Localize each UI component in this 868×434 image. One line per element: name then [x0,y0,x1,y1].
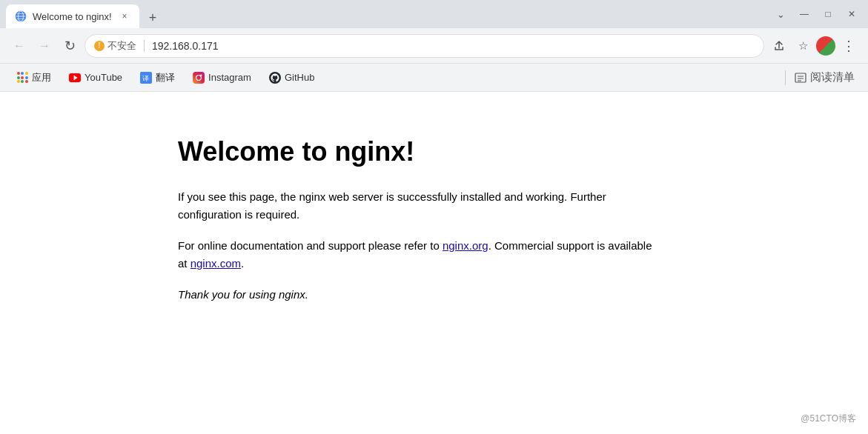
url-bar[interactable]: ! 不安全 192.168.0.171 [85,34,764,58]
address-bar: ← → ↻ ! 不安全 192.168.0.171 ☆ ⋮ [0,28,868,64]
para1: If you see this page, the nginx web serv… [178,188,652,224]
page-body: If you see this page, the nginx web serv… [178,188,652,304]
new-tab-button[interactable]: + [142,7,163,28]
bookmarks-bar: 应用 YouTube 译 翻译 [0,64,868,92]
tab-bar: Welcome to nginx! × + [6,0,764,28]
tab-title: Welcome to nginx! [33,11,113,22]
window-controls: ⌄ — □ ✕ [770,4,862,24]
active-tab[interactable]: Welcome to nginx! × [6,4,139,28]
favorite-button[interactable]: ☆ [792,36,813,56]
url-divider [144,40,145,52]
back-button[interactable]: ← [9,36,30,56]
bookmark-apps[interactable]: 应用 [9,68,59,87]
reload-button[interactable]: ↻ [59,36,80,56]
address-actions: ☆ ⋮ [769,36,859,56]
instagram-label: Instagram [208,72,251,83]
share-icon [773,40,785,52]
github-label: GitHub [285,72,314,83]
url-text: 192.168.0.171 [152,40,219,52]
instagram-icon [193,72,205,84]
minimize-button[interactable]: — [794,4,815,24]
bookmark-github[interactable]: GitHub [262,69,322,87]
translate-icon: 译 [140,72,152,84]
apps-icon [16,72,28,84]
reading-list-label: 阅读清单 [810,70,855,84]
svg-point-12 [269,72,281,84]
bookmarks-divider [785,70,786,85]
bookmark-translate[interactable]: 译 翻译 [133,68,182,87]
watermark: @51CTO博客 [801,413,856,425]
forward-button[interactable]: → [34,36,55,56]
svg-text:译: 译 [142,75,149,82]
para3: Thank you for using nginx. [178,286,652,304]
title-bar: Welcome to nginx! × + ⌄ — □ ✕ [0,0,868,28]
warning-icon: ! [94,41,105,51]
profile-menu-icon[interactable]: ⌄ [770,4,791,24]
insecure-label: 不安全 [107,39,136,53]
globe-icon [15,10,27,22]
share-button[interactable] [769,36,789,56]
profile-button[interactable] [816,36,835,56]
reading-list-area: 阅读清单 [785,67,859,88]
para2-prefix: For online documentation and support ple… [178,239,440,252]
apps-label: 应用 [32,71,51,84]
page-content: Welcome to nginx! If you see this page, … [0,92,868,434]
translate-label: 翻译 [156,71,175,84]
bookmark-instagram[interactable]: Instagram [185,69,259,87]
reading-mode-button[interactable]: 阅读清单 [790,67,859,88]
security-warning: ! 不安全 [94,39,136,53]
bookmark-youtube[interactable]: YouTube [62,69,130,87]
browser-frame: Welcome to nginx! × + ⌄ — □ ✕ ← → ↻ ! 不安… [0,0,868,434]
page-heading: Welcome to nginx! [178,136,868,167]
close-window-button[interactable]: ✕ [841,4,862,24]
youtube-icon [69,72,81,84]
github-icon [269,72,281,84]
nginx-org-link[interactable]: nginx.org [443,239,488,252]
para2: For online documentation and support ple… [178,237,652,273]
tab-close-button[interactable]: × [119,10,130,22]
maximize-button[interactable]: □ [818,4,838,24]
nginx-com-link[interactable]: nginx.com [191,257,241,270]
tab-favicon [15,10,27,22]
svg-point-11 [201,74,202,76]
para2-suffix: . [241,257,244,270]
menu-button[interactable]: ⋮ [838,36,859,56]
reading-list-icon [795,72,806,84]
youtube-label: YouTube [85,72,122,83]
svg-rect-9 [193,72,205,84]
